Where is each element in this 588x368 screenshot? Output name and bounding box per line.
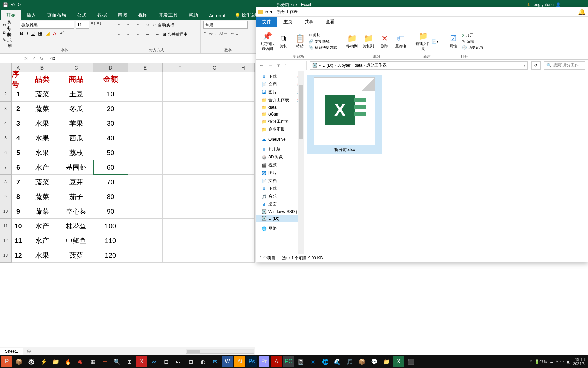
cell[interactable] [232,72,255,87]
nav-item[interactable]: 📁合并工作表📌 [256,96,304,104]
cell[interactable] [197,219,232,233]
cell[interactable] [128,145,163,160]
align-bottom-icon[interactable]: ≡ [134,21,142,29]
taskbar-app-icon[interactable]: 🔥 [63,356,74,367]
cell[interactable]: 水产 [25,233,59,248]
taskbar-app-icon[interactable]: PC [283,356,294,367]
tab-review[interactable]: 审阅 [112,10,133,20]
taskbar-app-icon[interactable]: A [271,356,282,367]
cell[interactable] [163,116,197,131]
edge-icon[interactable]: 🌊 [332,356,343,367]
copy-path-button[interactable]: 🔗复制路径 [309,39,337,44]
number-format-select[interactable]: 常规 [203,21,248,29]
fill-color-button[interactable]: ◢ [46,31,50,36]
row-header[interactable]: 13 [0,248,12,263]
move-to-button[interactable]: 📁移动到 [344,28,360,55]
back-button[interactable]: ← [259,62,264,68]
qat-icon[interactable]: ▾ [270,10,272,14]
taskbar-app-icon[interactable]: ✉ [210,356,220,367]
row-header[interactable]: 3 [0,102,12,116]
cell[interactable]: 7 [12,175,25,189]
cell[interactable]: 9 [12,204,25,219]
new-sheet-button[interactable]: ⊕ [23,348,34,354]
row-header[interactable]: 2 [0,87,12,102]
nav-item[interactable]: 📄文档📌 [256,80,304,88]
accounting-format-icon[interactable]: ¥ [203,31,206,36]
nav-item[interactable]: 🎵音乐 [256,193,304,200]
sheet-tab[interactable]: Sheet1 [0,348,23,355]
tray-icon[interactable]: ◧ [567,359,570,364]
cell[interactable] [232,219,255,233]
col-header-f[interactable]: F [163,63,197,72]
cell[interactable] [197,102,232,116]
taskbar-app-icon[interactable]: ∞ [148,356,159,367]
taskbar-app-icon[interactable]: ▭ [99,356,110,367]
horizontal-scrollbar[interactable] [186,349,254,354]
wrap-text-button[interactable]: ↵自动换行 [153,21,174,29]
cell[interactable]: 50 [93,145,128,160]
cell[interactable]: 8 [12,189,25,204]
cell[interactable]: 90 [93,204,128,219]
cell[interactable] [163,145,197,160]
delete-button[interactable]: ✕删除 [376,28,393,55]
cell[interactable] [163,233,197,248]
taskbar-app-icon[interactable]: ⋈ [308,356,318,367]
border-button[interactable]: ▦ [38,31,43,36]
nav-item[interactable]: 📁企业汇报 [256,125,304,133]
cell[interactable]: 金额 [93,72,128,87]
tab-developer[interactable]: 开发工具 [153,10,183,20]
cell[interactable]: 桂花鱼 [59,219,93,233]
align-center-icon[interactable]: ≡ [125,31,132,38]
taskbar-app-icon[interactable]: Ai [234,356,245,367]
taskbar-app-icon[interactable]: 📦 [14,356,24,367]
taskbar-app-icon[interactable]: 📦 [357,356,368,367]
cell[interactable] [232,160,255,175]
bold-button[interactable]: B [20,31,23,36]
cell[interactable] [163,219,197,233]
cell[interactable] [232,87,255,102]
rename-button[interactable]: 🏷重命名 [393,28,409,55]
taskbar-app-icon[interactable]: ▦ [87,356,98,367]
tab-formulas[interactable]: 公式 [71,10,92,20]
cell[interactable] [197,145,232,160]
align-middle-icon[interactable]: ≡ [125,21,132,29]
col-header-b[interactable]: B [25,63,59,72]
row-header[interactable] [0,72,12,87]
cell[interactable]: 3 [12,116,25,131]
explorer-tab-home[interactable]: 主页 [277,17,298,27]
cell[interactable]: 序号 [12,72,25,87]
increase-indent-icon[interactable]: ⇥ [153,31,161,38]
nav-item[interactable]: 📁oCam [256,111,304,118]
file-item[interactable]: X 拆分前.xlsx [307,75,382,154]
nav-this-pc[interactable]: 🖥此电脑 [256,145,304,153]
cell[interactable]: 100 [93,219,128,233]
cell[interactable] [197,131,232,145]
taskbar-app-icon[interactable]: ◉ [75,356,86,367]
cell[interactable] [197,160,232,175]
cell[interactable] [128,189,163,204]
new-folder-button[interactable]: 📁新建文件夹 [415,28,431,55]
taskbar-app-icon[interactable]: ◐ [197,356,208,367]
cell[interactable]: 80 [93,189,128,204]
row-header[interactable]: 4 [0,116,12,131]
battery-icon[interactable]: 🔋97% [535,359,547,364]
history-button[interactable]: 🕘历史记录 [462,45,483,50]
cell[interactable]: 蔬菜 [25,87,59,102]
decrease-indent-icon[interactable]: ⇤ [144,31,151,38]
align-right-icon[interactable]: ≡ [134,31,142,38]
nav-onedrive[interactable]: ☁OneDrive [256,136,304,143]
cell[interactable]: 水果 [25,248,59,263]
cell[interactable]: 40 [93,131,128,145]
explorer-search[interactable]: 🔍搜索"拆分工作... [544,61,585,70]
cell[interactable]: 荔枝 [59,145,93,160]
col-header-e[interactable]: E [128,63,163,72]
cancel-icon[interactable]: ✕ [24,56,28,61]
col-header-h[interactable]: H [232,63,255,72]
nav-item[interactable]: 📁拆分工作表 [256,118,304,125]
cell[interactable]: 商品 [59,72,93,87]
recent-button[interactable]: ▾ [277,62,280,68]
search-icon[interactable]: 🔍 [112,356,122,367]
cell[interactable]: 120 [93,248,128,263]
cell[interactable]: 60 [93,160,128,175]
underline-button[interactable]: U [31,31,35,36]
